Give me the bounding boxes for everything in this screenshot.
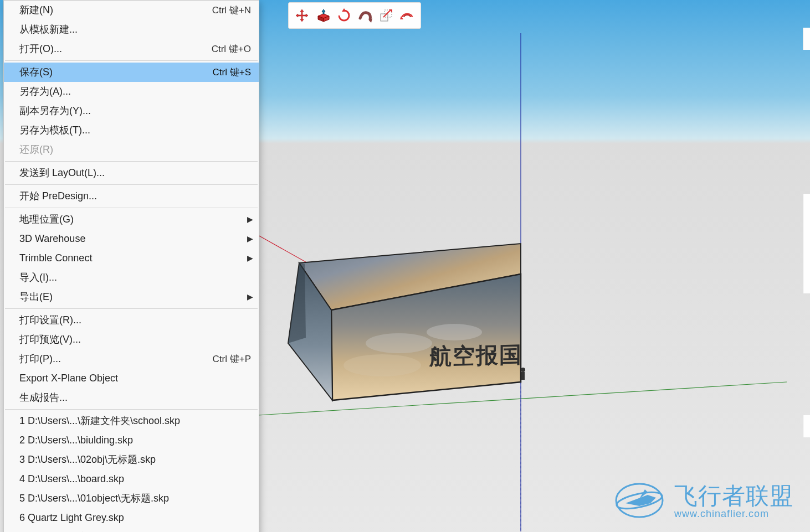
watermark-title: 飞行者联盟 bbox=[674, 481, 793, 512]
right-panel-edge bbox=[803, 415, 810, 437]
menu-item-label: 另存为模板(T)... bbox=[19, 122, 90, 138]
watermark-logo: 飞行者联盟 www.chinaflier.com bbox=[614, 481, 793, 520]
svg-point-8 bbox=[344, 354, 421, 376]
menu-item[interactable]: 6 Quartz Light Grey.skp bbox=[4, 508, 259, 528]
menu-item-label: 打开(O)... bbox=[19, 41, 62, 57]
menu-item[interactable]: 2 D:\Users\...\biulding.skp bbox=[4, 431, 259, 450]
menu-item-label: 6 Quartz Light Grey.skp bbox=[19, 510, 124, 526]
menu-item[interactable]: 从模板新建... bbox=[4, 20, 259, 39]
menu-item[interactable]: 发送到 LayOut(L)... bbox=[4, 163, 259, 183]
svg-point-6 bbox=[366, 333, 432, 353]
menu-item-label: 另存为(A)... bbox=[19, 84, 71, 100]
rotate-tool-icon[interactable] bbox=[334, 6, 354, 25]
menu-item-label: Export X-Plane Object bbox=[19, 370, 118, 386]
menu-item-shortcut: Ctrl 键+O bbox=[212, 41, 251, 57]
menu-item-label: 发送到 LayOut(L)... bbox=[19, 165, 105, 181]
menu-item-label: 打印(P)... bbox=[19, 351, 61, 367]
menu-item[interactable]: 打印预览(V)... bbox=[4, 330, 259, 349]
svg-point-7 bbox=[427, 324, 482, 340]
menu-item-label: 还原(R) bbox=[19, 142, 53, 158]
submenu-arrow-icon: ▶ bbox=[247, 231, 253, 247]
menu-item[interactable]: 打开(O)...Ctrl 键+O bbox=[4, 39, 259, 59]
menu-item[interactable]: 开始 PreDesign... bbox=[4, 187, 259, 206]
menu-item[interactable]: 1 D:\Users\...\新建文件夹\school.skp bbox=[4, 411, 259, 431]
menu-item[interactable]: 3D Warehouse▶ bbox=[4, 229, 259, 249]
svg-rect-18 bbox=[381, 14, 388, 21]
menu-separator bbox=[5, 208, 258, 208]
menu-item[interactable]: 生成报告... bbox=[4, 388, 259, 407]
menu-item-label: 3D Warehouse bbox=[19, 231, 85, 247]
watermark-url: www.chinaflier.com bbox=[674, 508, 769, 520]
top-toolbar bbox=[288, 2, 421, 29]
watermark-plane-icon bbox=[614, 481, 664, 520]
menu-item[interactable]: Trimble Connect▶ bbox=[4, 249, 259, 268]
menu-item-label: 地理位置(G) bbox=[19, 211, 74, 228]
menu-item-label: Trimble Connect bbox=[19, 250, 92, 266]
menu-item[interactable]: 导出(E)▶ bbox=[4, 287, 259, 307]
menu-separator bbox=[5, 161, 258, 162]
menu-item-label: 导出(E) bbox=[19, 289, 53, 305]
menu-item-label: 5 D:\Users\...\01object\无标题.skp bbox=[19, 490, 169, 507]
menu-item-label: 3 D:\Users\...\02obj\无标题.skp bbox=[19, 452, 156, 468]
follow-me-tool-icon[interactable] bbox=[355, 6, 375, 25]
menu-item-label: 打印设置(R)... bbox=[19, 312, 81, 328]
menu-item-shortcut: Ctrl 键+P bbox=[213, 351, 251, 367]
menu-item[interactable]: 3 D:\Users\...\02obj\无标题.skp bbox=[4, 450, 259, 469]
submenu-arrow-icon: ▶ bbox=[247, 289, 253, 305]
menu-item-shortcut: Ctrl 键+S bbox=[213, 64, 251, 80]
right-panel-edge bbox=[803, 194, 810, 271]
offset-tool-icon[interactable] bbox=[397, 6, 417, 25]
menu-item-label: 保存(S) bbox=[19, 64, 53, 80]
menu-separator bbox=[5, 409, 258, 410]
menu-item-label: 4 D:\Users\...\board.skp bbox=[19, 471, 124, 487]
menu-separator bbox=[5, 184, 258, 185]
menu-item-shortcut: Ctrl 键+N bbox=[212, 2, 251, 18]
menu-item[interactable]: 副本另存为(Y)... bbox=[4, 101, 259, 121]
svg-rect-12 bbox=[521, 372, 525, 380]
menu-item-label: 1 D:\Users\...\新建文件夹\school.skp bbox=[19, 413, 180, 429]
menu-item[interactable]: 4 D:\Users\...\board.skp bbox=[4, 469, 259, 489]
menu-separator bbox=[5, 308, 258, 309]
menu-item-label: 打印预览(V)... bbox=[19, 332, 81, 348]
submenu-arrow-icon: ▶ bbox=[247, 211, 253, 228]
model-face-text: 航空报国 bbox=[429, 339, 522, 372]
menu-separator bbox=[5, 60, 258, 61]
menu-item[interactable]: 另存为(A)... bbox=[4, 82, 259, 101]
menu-item-label: 7 D:\Users\...\新建文件夹\abcd.skp bbox=[19, 529, 173, 532]
right-panel-edge bbox=[803, 271, 810, 293]
push-pull-tool-icon[interactable] bbox=[313, 6, 333, 25]
menu-item[interactable]: 打印(P)...Ctrl 键+P bbox=[4, 349, 259, 369]
menu-item[interactable]: 地理位置(G)▶ bbox=[4, 210, 259, 229]
menu-item[interactable]: 保存(S)Ctrl 键+S bbox=[4, 63, 259, 82]
menu-item-label: 副本另存为(Y)... bbox=[19, 103, 91, 119]
menu-item-label: 开始 PreDesign... bbox=[19, 188, 97, 204]
menu-item-label: 新建(N) bbox=[19, 2, 53, 18]
menu-item[interactable]: Export X-Plane Object bbox=[4, 369, 259, 388]
file-menu-dropdown: 新建(N)Ctrl 键+N从模板新建...打开(O)...Ctrl 键+O保存(… bbox=[3, 0, 259, 532]
menu-item[interactable]: 导入(I)... bbox=[4, 268, 259, 287]
menu-item: 还原(R) bbox=[4, 140, 259, 159]
menu-item-label: 从模板新建... bbox=[19, 22, 78, 38]
scale-tool-icon[interactable] bbox=[376, 6, 396, 25]
menu-item-label: 2 D:\Users\...\biulding.skp bbox=[19, 432, 133, 448]
menu-item[interactable]: 新建(N)Ctrl 键+N bbox=[4, 1, 259, 20]
menu-item[interactable]: 打印设置(R)... bbox=[4, 311, 259, 330]
move-tool-icon[interactable] bbox=[292, 6, 312, 25]
menu-item-label: 生成报告... bbox=[19, 390, 68, 406]
menu-item[interactable]: 7 D:\Users\...\新建文件夹\abcd.skp bbox=[4, 528, 259, 532]
menu-item-label: 导入(I)... bbox=[19, 270, 57, 286]
submenu-arrow-icon: ▶ bbox=[247, 250, 253, 266]
menu-item[interactable]: 5 D:\Users\...\01object\无标题.skp bbox=[4, 489, 259, 508]
menu-item[interactable]: 另存为模板(T)... bbox=[4, 121, 259, 140]
right-panel-edge bbox=[803, 28, 810, 50]
